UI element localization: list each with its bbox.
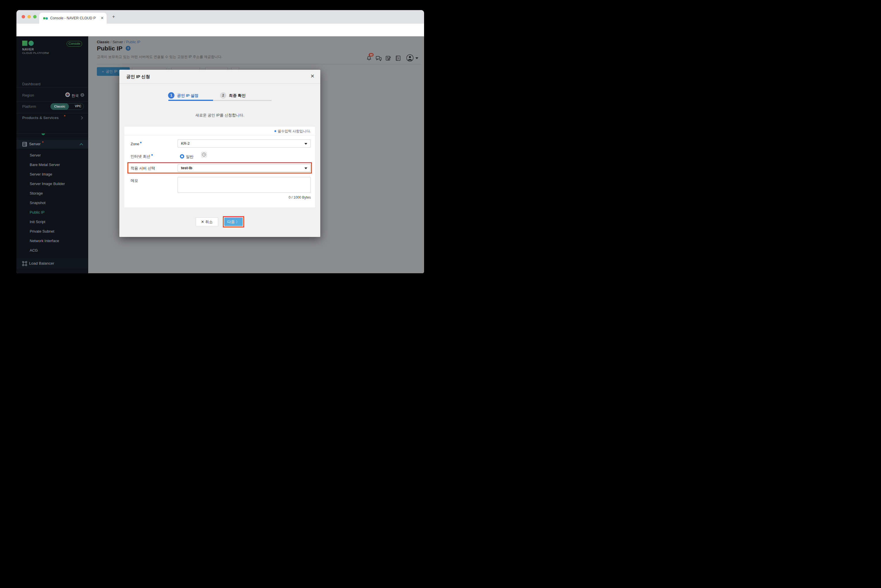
ncp-logo-circle (29, 40, 34, 46)
notification-dot (64, 115, 65, 117)
memo-label: 메모 (131, 178, 138, 183)
sidebar-subitem[interactable]: Server Image Builder (17, 179, 88, 189)
sidebar-group-server[interactable]: Server (17, 140, 88, 149)
sidebar-subitem[interactable]: Snapshot (17, 198, 88, 207)
next-button[interactable]: 다음 〉 (224, 218, 243, 226)
divider (17, 138, 88, 138)
region-settings-gear-icon[interactable] (80, 93, 84, 97)
browser-tabstrip: Console - NAVER CLOUD PLAT ✕ + (17, 10, 424, 24)
user-guide-book-icon[interactable] (396, 56, 401, 61)
server-icon (22, 142, 27, 147)
required-dot (275, 130, 276, 132)
sidebar-subitem[interactable]: Network Interface (17, 236, 88, 246)
cancel-button[interactable]: ✕ 취소 (196, 218, 218, 226)
survey-form-icon[interactable] (386, 56, 391, 61)
required-dot (152, 154, 153, 156)
highlight-annotation-box: 다음 〉 (223, 216, 244, 227)
internet-line-radio-selected[interactable] (180, 154, 184, 159)
chevron-up-icon[interactable] (79, 143, 83, 146)
sidebar-subitem[interactable]: Public IP (17, 207, 88, 217)
modal-footer: ✕ 취소 다음 〉 (119, 216, 320, 227)
window-zoom-button[interactable] (33, 15, 37, 18)
region-value[interactable]: 한국 (72, 93, 79, 98)
caret-down-icon (305, 168, 307, 169)
step-progress-active (168, 100, 213, 101)
step-1-circle: 1 (168, 92, 174, 99)
page-subtitle: 고객이 보유하고 있는 어떤 서버에도 연결될 수 있는 고정된 IP 주소를 … (97, 54, 222, 59)
account-avatar[interactable] (406, 54, 414, 62)
new-tab-button[interactable]: + (112, 14, 115, 20)
sidebar-subitem[interactable]: Init Script (17, 217, 88, 226)
ncloud-favicon (43, 17, 45, 19)
tab-close-icon[interactable]: ✕ (101, 16, 104, 20)
zone-select[interactable]: KR-2 (177, 140, 311, 148)
sidebar-subitem[interactable]: Storage (17, 189, 88, 198)
help-button[interactable]: ? (201, 152, 207, 158)
tab-title: Console - NAVER CLOUD PLAT (50, 16, 96, 20)
form-card: 필수입력 사항입니다. Zone KR-2 인터넷 회선 일반 ? 적용 서버 … (124, 126, 316, 208)
breadcrumb-classic[interactable]: Classic (97, 40, 110, 44)
zone-select-value: KR-2 (181, 141, 190, 146)
platform-option-vpc[interactable]: VPC (75, 104, 81, 108)
window-minimize-button[interactable] (27, 15, 31, 18)
sidebar-item-dashboard[interactable]: Dashboard (22, 82, 41, 86)
step-2-circle: 2 (220, 92, 226, 99)
ncp-logo-square (22, 40, 27, 46)
sidebar-subitem[interactable]: Server Image (17, 170, 88, 179)
question-mark-icon: ? (202, 153, 206, 156)
support-chat-icon[interactable] (376, 56, 382, 61)
sidebar-subitem[interactable]: Private Subnet (17, 226, 88, 236)
breadcrumb-server[interactable]: Server (113, 40, 123, 44)
sidebar-group-load-balancer-label: Load Balancer (29, 261, 54, 266)
divider (17, 113, 88, 113)
korea-flag-icon (65, 92, 70, 97)
divider (17, 133, 88, 134)
modal-intro-text: 새로운 공인 IP를 신청합니다. (119, 113, 320, 118)
page-title: Public IP (97, 45, 123, 52)
required-dot (140, 142, 141, 143)
zone-label: Zone (131, 142, 141, 146)
browser-toolbar: console.ncloud.com/server/publicIP ☆ (17, 24, 424, 36)
chevron-right-icon (80, 116, 83, 120)
modal-close-icon[interactable]: ✕ (311, 73, 315, 79)
ncp-logo-subtext: CLOUD PLATFORM (22, 51, 49, 54)
sidebar-subitem[interactable]: ACG (17, 246, 88, 255)
console-badge[interactable]: Console (67, 41, 82, 47)
x-icon: ✕ (201, 220, 205, 224)
step-progress-inactive (213, 100, 272, 101)
sidebar-subitem[interactable]: Server (17, 150, 88, 160)
apply-server-label: 적용 서버 선택 (131, 166, 155, 171)
ncloud-favicon-circle (45, 17, 48, 20)
scrolled-item-peek (42, 134, 45, 135)
internet-line-label: 인터넷 회선 (131, 154, 153, 159)
sidebar-group-load-balancer[interactable]: Load Balancer (17, 258, 88, 268)
sidebar: NAVER CLOUD PLATFORM Console Dashboard R… (17, 36, 88, 273)
sidebar-subitem[interactable]: Bare Metal Server (17, 160, 88, 170)
sidebar-submenu: ServerBare Metal ServerServer ImageServe… (17, 150, 88, 255)
chevron-right-icon: 〉 (235, 220, 240, 224)
sidebar-item-products-services[interactable]: Products & Services (22, 116, 59, 120)
window-close-button[interactable] (22, 15, 25, 18)
sidebar-group-server-label: Server (29, 142, 41, 146)
notification-bell-icon[interactable]: 10 (366, 56, 372, 62)
apply-server-select-value: test-lb (181, 166, 192, 170)
notification-count-badge: 10 (369, 53, 374, 57)
browser-tab[interactable]: Console - NAVER CLOUD PLAT ✕ (39, 13, 107, 24)
platform-toggle[interactable]: Classic VPC (51, 103, 84, 110)
internet-line-option-label: 일반 (186, 154, 194, 159)
ncp-logo-text: NAVER (22, 48, 34, 51)
required-note: 필수입력 사항입니다. (275, 129, 311, 134)
platform-option-classic[interactable]: Classic (51, 103, 69, 110)
step-1-label: 공인 IP 설정 (177, 93, 198, 98)
region-label: Region (22, 93, 34, 98)
step-2-label: 최종 확인 (229, 93, 246, 98)
notification-dot (42, 141, 44, 142)
apply-server-select[interactable]: test-lb (177, 164, 311, 172)
account-caret-down-icon[interactable] (416, 57, 418, 59)
memo-textarea[interactable] (177, 177, 311, 193)
divider (17, 87, 88, 87)
breadcrumb-public-ip[interactable]: Public IP (126, 40, 140, 44)
load-balancer-icon (22, 261, 27, 266)
modal-title: 공인 IP 신청 (126, 74, 150, 80)
platform-label: Platform (22, 104, 36, 109)
